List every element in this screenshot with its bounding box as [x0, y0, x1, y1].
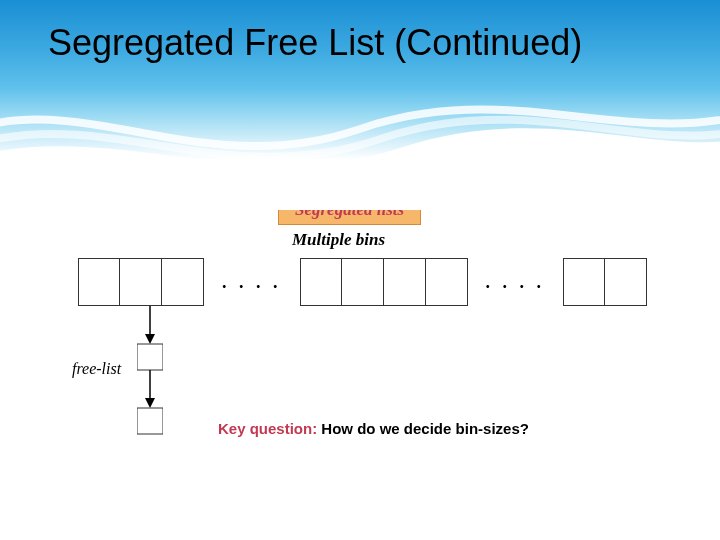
bin-box [563, 258, 605, 306]
ellipsis: . . . . [222, 272, 282, 293]
bins-row: . . . . . . . . [78, 258, 647, 306]
bin-box [426, 258, 468, 306]
wave-decoration [0, 70, 720, 210]
bin-box [384, 258, 426, 306]
key-question-label: Key question: [218, 420, 321, 437]
key-question-text: How do we decide bin-sizes? [321, 420, 529, 437]
bin-box [605, 258, 647, 306]
subtitle: Multiple bins [292, 230, 385, 250]
svg-marker-4 [145, 398, 155, 408]
linked-list-arrows [137, 306, 163, 436]
bin-box [162, 258, 204, 306]
free-list-column [137, 306, 163, 440]
bin-box [78, 258, 120, 306]
slide-title: Segregated Free List (Continued) [48, 22, 582, 64]
svg-marker-1 [145, 334, 155, 344]
free-list-label: free-list [72, 360, 121, 378]
bin-box [120, 258, 162, 306]
svg-rect-2 [137, 344, 163, 370]
bin-box [342, 258, 384, 306]
ellipsis: . . . . [486, 272, 546, 293]
bin-box [300, 258, 342, 306]
key-question: Key question: How do we decide bin-sizes… [218, 420, 529, 437]
svg-rect-5 [137, 408, 163, 434]
